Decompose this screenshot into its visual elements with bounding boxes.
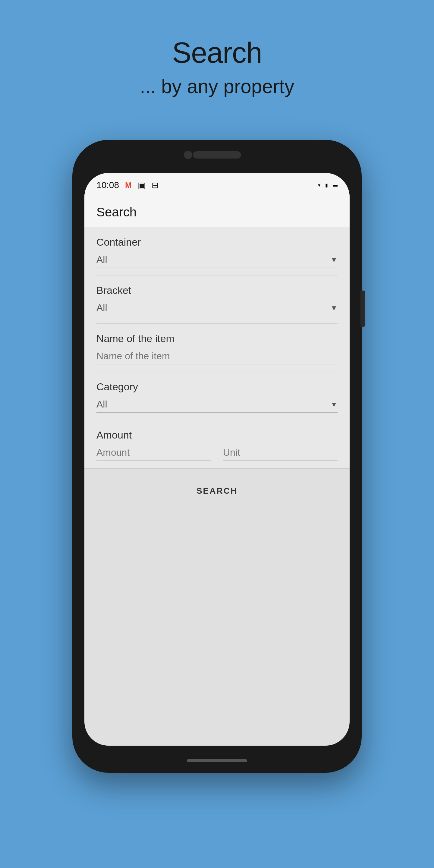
container-label: Container xyxy=(96,236,338,248)
page-title: Search xyxy=(172,36,262,69)
status-bar: 10:08 M ▣ ⊟ ▾ ▮ ▬ xyxy=(84,173,350,197)
status-right-icons: ▾ ▮ ▬ xyxy=(318,182,338,188)
item-name-input[interactable] xyxy=(96,350,338,364)
category-value: All xyxy=(96,399,107,410)
camera xyxy=(184,151,192,159)
container-field: Container All ▼ xyxy=(96,227,338,276)
battery-icon: ▬ xyxy=(333,182,338,188)
phone-screen: 10:08 M ▣ ⊟ ▾ ▮ ▬ Search Container All ▼ xyxy=(84,173,350,746)
category-label: Category xyxy=(96,381,338,393)
bracket-arrow-icon: ▼ xyxy=(330,304,338,312)
category-arrow-icon: ▼ xyxy=(330,400,338,409)
notification-icon-1: ▣ xyxy=(138,180,146,190)
category-field: Category All ▼ xyxy=(96,372,338,420)
page-subtitle: ... by any property xyxy=(140,75,294,98)
amount-input-wrapper xyxy=(96,447,211,461)
amount-input[interactable] xyxy=(96,447,211,458)
phone-frame: 10:08 M ▣ ⊟ ▾ ▮ ▬ Search Container All ▼ xyxy=(72,140,362,773)
side-button-right xyxy=(361,290,365,327)
phone-top-bar xyxy=(72,140,362,170)
form-content: Container All ▼ Bracket All ▼ Name of th… xyxy=(84,227,350,468)
unit-input-wrapper xyxy=(223,447,338,461)
category-dropdown[interactable]: All ▼ xyxy=(96,399,338,412)
status-left: 10:08 M ▣ ⊟ xyxy=(96,180,158,190)
signal-icon: ▮ xyxy=(325,182,328,188)
search-button-wrapper: SEARCH xyxy=(84,468,350,513)
wifi-icon: ▾ xyxy=(318,182,320,188)
bracket-value: All xyxy=(96,302,107,313)
status-time: 10:08 xyxy=(96,180,119,190)
app-bar: Search xyxy=(84,197,350,227)
amount-row xyxy=(96,447,338,461)
app-bar-title: Search xyxy=(96,205,136,219)
search-button[interactable]: SEARCH xyxy=(96,478,338,504)
bracket-field: Bracket All ▼ xyxy=(96,276,338,324)
phone-bottom xyxy=(72,749,362,773)
notification-icon-2: ⊟ xyxy=(152,180,158,190)
container-value: All xyxy=(96,254,107,265)
bracket-label: Bracket xyxy=(96,284,338,296)
container-dropdown[interactable]: All ▼ xyxy=(96,254,338,268)
gmail-icon: M xyxy=(125,181,132,190)
amount-label: Amount xyxy=(96,429,338,441)
bracket-dropdown[interactable]: All ▼ xyxy=(96,302,338,316)
home-indicator xyxy=(187,759,247,762)
item-name-label: Name of the item xyxy=(96,333,338,344)
container-arrow-icon: ▼ xyxy=(330,255,338,264)
unit-input[interactable] xyxy=(223,447,338,458)
item-name-field: Name of the item xyxy=(96,324,338,372)
speaker xyxy=(193,151,241,158)
amount-field: Amount xyxy=(96,420,338,468)
